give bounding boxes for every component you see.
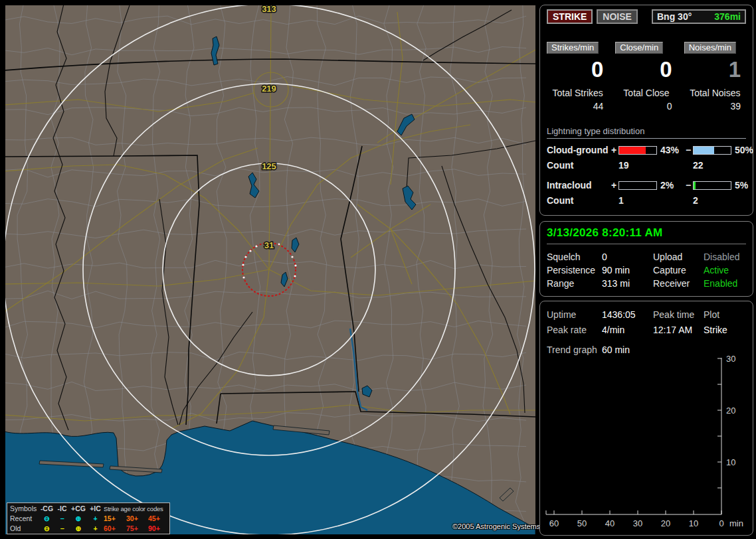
minus-sign: − (684, 145, 693, 155)
intracloud-label: Intracloud (547, 180, 609, 191)
range-label: Range (547, 277, 602, 290)
legend-col--ic: -IC (54, 504, 70, 514)
ring-label-125: 125 (262, 161, 276, 171)
close-per-min-chip[interactable]: Close/min (615, 42, 663, 54)
symbol-legend: Symbols -CG -IC +CG +IC Strike age color… (7, 502, 170, 534)
ic-minus-pct: 5% (731, 180, 748, 191)
ic-minus-bar (693, 181, 731, 190)
recent-neg-cg-icon: ⊖ (39, 514, 54, 524)
total-strikes-label: Total Strikes (547, 88, 609, 98)
age-90: 90+ (148, 524, 170, 534)
age-15: 15+ (104, 514, 126, 524)
y-ticks (717, 358, 721, 488)
range-value: 313 mi (602, 277, 653, 290)
cloud-ground-count-row: Count 19 22 (547, 160, 746, 171)
total-strikes-value: 44 (547, 101, 609, 112)
age-45: 45+ (148, 514, 170, 524)
road-lines (5, 5, 535, 429)
strikes-per-min-chip[interactable]: Strikes/min (547, 42, 599, 54)
minus-sign: − (684, 180, 693, 191)
lightning-map[interactable]: 313 219 125 31 (5, 5, 535, 534)
receiver-status: Enabled (704, 277, 746, 290)
bearing-value: Bng 30° (657, 11, 692, 23)
x-axis-unit: min (729, 518, 743, 528)
legend-col-+ic: +IC (87, 504, 104, 514)
persistence-value: 90 min (602, 264, 653, 277)
ic-plus-pct: 2% (657, 180, 684, 191)
x-tick-60: 60 (549, 518, 559, 528)
intracloud-row: Intracloud + 2% − 5% (547, 180, 746, 191)
copyright-text: ©2005 Astrogenic Systems (452, 522, 540, 530)
recent-neg-ic-icon: − (54, 514, 70, 524)
legend-col--cg: -CG (39, 504, 54, 514)
cg-minus-bar (693, 146, 731, 155)
intracloud-count-row: Count 1 2 (547, 195, 746, 206)
x-tick-40: 40 (605, 518, 614, 528)
map-svg: 313 219 125 31 (5, 5, 535, 534)
x-tick-0: 0 (719, 518, 723, 528)
legend-row-recent: Recent (10, 514, 39, 524)
persistence-label: Persistence (547, 264, 602, 277)
cloud-ground-row: Cloud-ground + 43% − 50% (547, 145, 746, 155)
datetime-display: 3/13/2026 8:20:11 AM (547, 226, 746, 244)
old-pos-ic-icon: + (87, 524, 104, 534)
cg-plus-count: 19 (618, 160, 684, 171)
x-tick-50: 50 (577, 518, 587, 528)
old-neg-ic-icon: − (54, 524, 70, 534)
total-noises-label: Total Noises (684, 88, 746, 98)
config-row: Squelch 0 Upload Disabled (547, 250, 746, 264)
distribution-heading: Lightning type distribution (547, 126, 746, 139)
y-tick-20: 20 (726, 406, 735, 416)
capture-label: Capture (653, 264, 704, 277)
strikes-per-min-value: 0 (547, 58, 609, 80)
config-row: Range 313 mi Receiver Enabled (547, 277, 746, 290)
age-30: 30+ (126, 514, 148, 524)
trend-graph: 30 20 10 60 50 40 30 20 10 0 min (541, 350, 748, 534)
peak-time-value: 12:17 AM (653, 323, 704, 338)
ic-minus-count: 2 (693, 195, 746, 206)
cloud-ground-label: Cloud-ground (547, 145, 609, 155)
noises-column: Noises/min 1 Total Noises 39 (684, 42, 746, 112)
ic-plus-bar (618, 181, 657, 190)
plus-sign: + (609, 145, 618, 155)
lakes (211, 37, 416, 410)
close-per-min-value: 0 (615, 58, 677, 80)
river-lines (53, 5, 535, 430)
old-pos-cg-icon: ⊕ (70, 524, 87, 534)
capture-status: Active (704, 264, 746, 277)
session-row: Peak rate 4/min 12:17 AM Strike (547, 323, 746, 338)
age-75: 75+ (126, 524, 148, 534)
legend-row-old: Old (10, 524, 39, 534)
squelch-value: 0 (602, 250, 653, 264)
noise-tab-button[interactable]: NOISE (597, 9, 638, 24)
x-tick-30: 30 (633, 518, 642, 528)
legend-age-header: Strike age color codes (104, 504, 170, 514)
y-tick-10: 10 (726, 457, 735, 467)
count-label: Count (547, 195, 609, 206)
cg-plus-pct: 43% (657, 145, 684, 155)
x-tick-10: 10 (689, 518, 698, 528)
total-close-label: Total Close (615, 88, 677, 98)
strike-tab-button[interactable]: STRIKE (547, 9, 593, 24)
uptime-label: Uptime (547, 307, 602, 323)
uptime-value: 1436:05 (602, 307, 653, 323)
total-noises-value: 39 (684, 101, 746, 112)
cg-minus-pct: 50% (731, 145, 753, 155)
receiver-label: Receiver (653, 277, 704, 290)
distance-value: 376mi (714, 11, 741, 23)
plot-label: Plot (704, 307, 746, 323)
ring-label-313: 313 (262, 5, 276, 14)
old-neg-cg-icon: ⊖ (39, 524, 54, 534)
ic-plus-count: 1 (618, 195, 684, 206)
total-close-value: 0 (615, 101, 677, 112)
noises-per-min-chip[interactable]: Noises/min (684, 42, 736, 54)
config-row: Persistence 90 min Capture Active (547, 264, 746, 277)
y-tick-30: 30 (726, 354, 735, 364)
bearing-distance-readout: Bng 30° 376mi (652, 9, 746, 24)
status-panel: 3/13/2026 8:20:11 AM Squelch 0 Upload Di… (539, 221, 753, 297)
strike-stats-panel: STRIKE NOISE Bng 30° 376mi Strikes/min 0… (539, 5, 753, 216)
cg-plus-bar (618, 146, 657, 155)
legend-col-+cg: +CG (70, 504, 87, 514)
upload-label: Upload (653, 250, 704, 264)
peak-rate-label: Peak rate (547, 323, 602, 338)
